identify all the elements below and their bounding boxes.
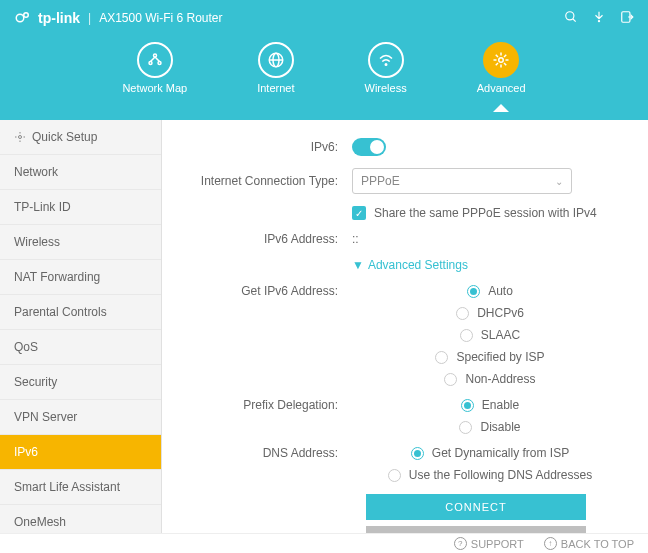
sidebar-item-onemesh[interactable]: OneMesh bbox=[0, 505, 161, 533]
up-arrow-icon: ↑ bbox=[544, 537, 557, 550]
sidebar: Quick Setup Network TP-Link ID Wireless … bbox=[0, 120, 162, 533]
svg-point-8 bbox=[158, 62, 161, 65]
sidebar-item-parental[interactable]: Parental Controls bbox=[0, 295, 161, 330]
sidebar-item-quick-setup[interactable]: Quick Setup bbox=[0, 120, 161, 155]
dns-label: DNS Address: bbox=[182, 446, 352, 460]
brand-logo: tp-link bbox=[14, 9, 80, 27]
radio-disable[interactable]: Disable bbox=[459, 420, 520, 434]
sidebar-item-ipv6[interactable]: IPv6 bbox=[0, 435, 161, 470]
brand-text: tp-link bbox=[38, 10, 80, 26]
nav-advanced[interactable]: Advanced bbox=[477, 42, 526, 94]
sidebar-item-tplink-id[interactable]: TP-Link ID bbox=[0, 190, 161, 225]
sidebar-item-wireless[interactable]: Wireless bbox=[0, 225, 161, 260]
content-panel: IPv6: Internet Connection Type: PPPoE ⌄ … bbox=[162, 120, 648, 533]
svg-point-13 bbox=[499, 58, 504, 63]
radio-slaac[interactable]: SLAAC bbox=[460, 328, 520, 342]
support-icon: ? bbox=[454, 537, 467, 550]
radio-dhcpv6[interactable]: DHCPv6 bbox=[456, 306, 524, 320]
disconnect-button[interactable]: DISCONNECT bbox=[366, 526, 586, 533]
logout-icon[interactable] bbox=[620, 10, 634, 27]
led-icon[interactable] bbox=[592, 10, 606, 27]
radio-specified[interactable]: Specified by ISP bbox=[435, 350, 544, 364]
advanced-settings-link[interactable]: ▼ Advanced Settings bbox=[352, 258, 468, 272]
ipv6-addr-value: :: bbox=[352, 232, 359, 246]
svg-point-12 bbox=[385, 64, 387, 66]
sidebar-item-vpn[interactable]: VPN Server bbox=[0, 400, 161, 435]
svg-line-3 bbox=[573, 18, 576, 21]
radio-dns-manual[interactable]: Use the Following DNS Addresses bbox=[388, 468, 592, 482]
get-ipv6-label: Get IPv6 Address: bbox=[182, 284, 352, 298]
ipv6-label: IPv6: bbox=[182, 140, 352, 154]
sidebar-item-nat[interactable]: NAT Forwarding bbox=[0, 260, 161, 295]
prefix-label: Prefix Delegation: bbox=[182, 398, 352, 412]
connect-button[interactable]: CONNECT bbox=[366, 494, 586, 520]
svg-point-4 bbox=[598, 19, 600, 21]
product-name: AX1500 Wi-Fi 6 Router bbox=[99, 11, 222, 25]
svg-point-14 bbox=[19, 136, 22, 139]
nav-internet[interactable]: Internet bbox=[257, 42, 294, 94]
share-pppoe-checkbox[interactable]: ✓ bbox=[352, 206, 366, 220]
search-icon[interactable] bbox=[564, 10, 578, 27]
conn-type-select[interactable]: PPPoE ⌄ bbox=[352, 168, 572, 194]
sidebar-item-security[interactable]: Security bbox=[0, 365, 161, 400]
sidebar-item-qos[interactable]: QoS bbox=[0, 330, 161, 365]
gear-icon bbox=[14, 131, 26, 143]
radio-non-address[interactable]: Non-Address bbox=[444, 372, 535, 386]
conn-type-label: Internet Connection Type: bbox=[182, 174, 352, 188]
chevron-down-icon: ⌄ bbox=[555, 176, 563, 187]
back-to-top-link[interactable]: ↑BACK TO TOP bbox=[544, 537, 634, 550]
svg-point-7 bbox=[149, 62, 152, 65]
radio-auto[interactable]: Auto bbox=[467, 284, 513, 298]
svg-point-1 bbox=[24, 13, 29, 18]
sidebar-item-network[interactable]: Network bbox=[0, 155, 161, 190]
radio-enable[interactable]: Enable bbox=[461, 398, 519, 412]
nav-wireless[interactable]: Wireless bbox=[365, 42, 407, 94]
sidebar-item-smart-life[interactable]: Smart Life Assistant bbox=[0, 470, 161, 505]
support-link[interactable]: ?SUPPORT bbox=[454, 537, 524, 550]
share-pppoe-label: Share the same PPPoE session with IPv4 bbox=[374, 206, 597, 220]
nav-network-map[interactable]: Network Map bbox=[122, 42, 187, 94]
svg-point-0 bbox=[16, 14, 24, 22]
ipv6-toggle[interactable] bbox=[352, 138, 386, 156]
radio-dns-dynamic[interactable]: Get Dynamically from ISP bbox=[411, 446, 569, 460]
svg-point-6 bbox=[153, 54, 156, 57]
ipv6-addr-label: IPv6 Address: bbox=[182, 232, 352, 246]
svg-point-2 bbox=[566, 11, 574, 19]
